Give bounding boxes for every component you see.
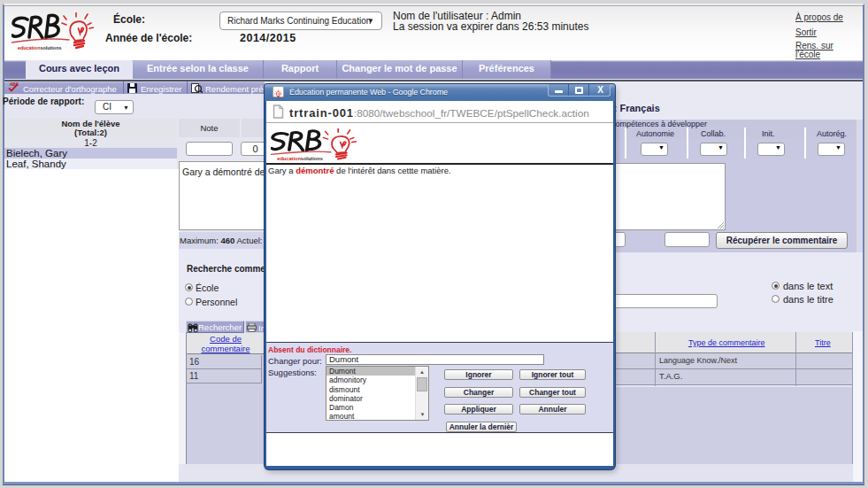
svg-text:educationsolutions: educationsolutions: [18, 45, 61, 50]
svg-text:educationsolutions: educationsolutions: [277, 157, 323, 161]
